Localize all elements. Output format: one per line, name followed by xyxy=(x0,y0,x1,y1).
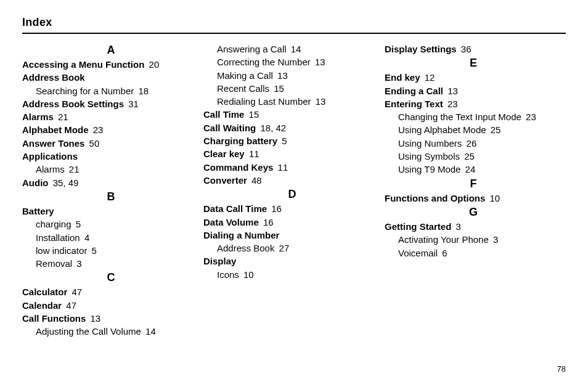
entry-page-ref: 21 xyxy=(55,112,68,122)
index-entry: Calendar 47 xyxy=(22,299,200,312)
entry-page-ref: 5 xyxy=(73,219,81,229)
section-letter: F xyxy=(385,178,562,190)
section-letter: G xyxy=(385,206,562,219)
index-entry: Command Keys 11 xyxy=(203,161,381,174)
entry-label: Battery xyxy=(22,206,54,216)
entry-label: Using Numbers xyxy=(398,138,462,149)
index-entry: Clear key 11 xyxy=(203,147,381,160)
entry-label: Redialing Last Number xyxy=(217,96,311,107)
index-subentry: Address Book 27 xyxy=(203,242,381,255)
entry-label: Getting Started xyxy=(385,221,451,232)
index-entry: Call Functions 13 xyxy=(22,312,200,325)
index-subentry: Using Alphabet Mode 25 xyxy=(385,123,562,136)
index-column-2: Answering a Call 14Correcting the Number… xyxy=(203,43,385,338)
entry-page-ref: 3 xyxy=(491,234,499,245)
page-title: Index xyxy=(22,16,566,33)
entry-page-ref: 25 xyxy=(462,151,475,161)
entry-label: Alarms xyxy=(36,164,65,174)
index-column-1: AAccessing a Menu Function 20Address Boo… xyxy=(22,43,203,338)
entry-page-ref: 10 xyxy=(487,193,500,203)
index-entry: Alphabet Mode 23 xyxy=(22,123,200,136)
entry-page-ref: 20 xyxy=(146,59,159,70)
entry-page-ref: 47 xyxy=(63,300,76,311)
index-entry: End key 12 xyxy=(385,71,562,84)
title-rule xyxy=(22,33,566,34)
entry-label: Installation xyxy=(36,232,80,243)
entry-label: Dialing a Number xyxy=(203,230,279,240)
entry-page-ref: 11 xyxy=(275,162,288,173)
index-entry: Dialing a Number xyxy=(203,229,381,242)
index-entry: Ending a Call 13 xyxy=(385,84,562,97)
entry-page-ref: 23 xyxy=(523,112,536,122)
entry-label: Display xyxy=(203,256,236,266)
index-entry: Data Volume 16 xyxy=(203,216,381,229)
index-subentry: Activating Your Phone 3 xyxy=(385,233,562,246)
index-entry: Charging battery 5 xyxy=(203,134,381,147)
entry-label: Data Call Time xyxy=(203,203,267,214)
entry-label: Alphabet Mode xyxy=(22,125,89,135)
index-columns: AAccessing a Menu Function 20Address Boo… xyxy=(22,43,566,338)
entry-label: Functions and Options xyxy=(385,193,485,203)
index-entry: Battery xyxy=(22,205,200,218)
entry-label: Audio xyxy=(22,178,49,188)
index-subentry: Using Symbols 25 xyxy=(385,150,562,163)
index-entry: Functions and Options 10 xyxy=(385,192,562,205)
entry-label: Converter xyxy=(203,175,247,186)
entry-label: Address Book xyxy=(22,72,85,83)
entry-page-ref: 48 xyxy=(249,175,262,186)
entry-page-ref: 31 xyxy=(126,99,139,109)
entry-page-ref: 24 xyxy=(462,164,475,174)
entry-page-ref: 18 xyxy=(136,86,149,96)
index-entry: Call Time 15 xyxy=(203,108,381,121)
entry-label: Changing the Text Input Mode xyxy=(398,112,521,122)
entry-page-ref: 27 xyxy=(276,243,289,253)
entry-page-ref: 11 xyxy=(247,149,259,159)
entry-label: End key xyxy=(385,72,420,83)
index-subentry: Changing the Text Input Mode 23 xyxy=(385,110,562,123)
entry-label: Entering Text xyxy=(385,99,443,109)
section-letter: D xyxy=(203,188,381,201)
entry-page-ref: 12 xyxy=(422,72,435,83)
entry-label: Searching for a Number xyxy=(36,86,134,96)
section-letter: E xyxy=(385,57,562,70)
entry-label: Adjusting the Call Volume xyxy=(36,326,141,337)
index-subentry: Voicemail 6 xyxy=(385,247,562,259)
entry-page-ref: 23 xyxy=(445,99,458,109)
entry-label: Address Book Settings xyxy=(22,99,124,109)
entry-page-ref: 14 xyxy=(288,44,301,54)
entry-label: Call Functions xyxy=(22,313,86,324)
entry-page-ref: 15 xyxy=(246,109,259,120)
entry-label: Display Settings xyxy=(385,44,457,54)
entry-label: Call Waiting xyxy=(203,123,256,133)
entry-label: Icons xyxy=(217,269,239,280)
index-subentry: Searching for a Number 18 xyxy=(22,84,200,97)
page-number: 78 xyxy=(557,364,566,374)
entry-page-ref: 15 xyxy=(271,83,284,94)
entry-page-ref: 50 xyxy=(86,138,99,149)
entry-page-ref: 18, 42 xyxy=(258,123,286,133)
index-entry: Display Settings 36 xyxy=(385,43,562,55)
index-entry: Accessing a Menu Function 20 xyxy=(22,58,200,71)
index-entry: Call Waiting 18, 42 xyxy=(203,121,381,134)
entry-label: Ending a Call xyxy=(385,86,443,96)
entry-label: Using Alphabet Mode xyxy=(398,125,486,135)
index-entry: Audio 35, 49 xyxy=(22,176,200,189)
index-subentry: charging 5 xyxy=(22,218,200,231)
index-page: Index AAccessing a Menu Function 20Addre… xyxy=(0,0,588,392)
index-subentry: Removal 3 xyxy=(22,257,200,270)
entry-label: Clear key xyxy=(203,149,245,159)
index-subentry: Redialing Last Number 13 xyxy=(203,95,381,108)
entry-page-ref: 16 xyxy=(269,203,282,214)
entry-label: Activating Your Phone xyxy=(398,234,489,245)
entry-page-ref: 35, 49 xyxy=(51,178,79,188)
entry-page-ref: 13 xyxy=(313,96,326,107)
entry-label: Command Keys xyxy=(203,162,273,173)
entry-label: Calendar xyxy=(22,300,62,311)
entry-page-ref: 6 xyxy=(439,248,447,258)
entry-label: Accessing a Menu Function xyxy=(22,59,144,70)
entry-page-ref: 10 xyxy=(241,269,254,280)
index-subentry: Adjusting the Call Volume 14 xyxy=(22,325,200,338)
index-subentry: Using Numbers 26 xyxy=(385,137,562,150)
entry-page-ref: 26 xyxy=(463,138,476,149)
index-subentry: Using T9 Mode 24 xyxy=(385,163,562,176)
